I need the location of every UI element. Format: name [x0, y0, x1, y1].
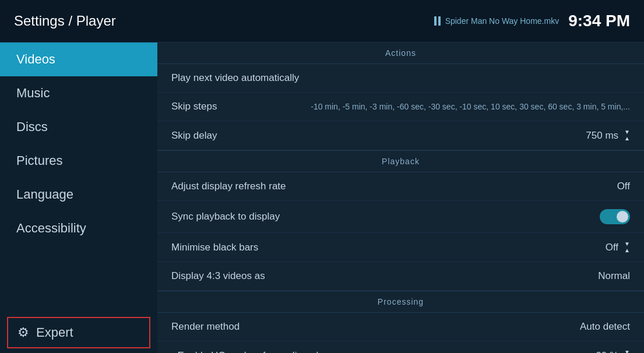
skip-delay-label: Skip delay — [171, 130, 586, 142]
render-method-label: Render method — [171, 321, 580, 333]
sidebar-item-videos[interactable]: Videos — [0, 43, 157, 76]
now-playing-label: Spider Man No Way Home.mkv — [445, 16, 559, 26]
pause-icon — [434, 16, 441, 26]
setting-row-minimise-black-bars[interactable]: Minimise black bars Off ▼ ▲ — [157, 233, 644, 262]
sidebar-item-music[interactable]: Music — [0, 76, 157, 110]
adjust-display-label: Adjust display refresh rate — [171, 181, 617, 192]
minimise-black-bars-arrow-up[interactable]: ▲ — [624, 248, 630, 253]
display-4-3-value: Normal — [598, 270, 630, 282]
render-method-value: Auto detect — [580, 321, 630, 333]
enable-hq-scalers-arrow-down[interactable]: ▼ — [624, 350, 630, 353]
section-header-processing: Processing — [157, 291, 644, 313]
sidebar-item-discs[interactable]: Discs — [0, 110, 157, 144]
page-title: Settings / Player — [14, 13, 116, 29]
main-layout: Videos Music Discs Pictures Language Acc… — [0, 43, 644, 353]
minimise-black-bars-label: Minimise black bars — [171, 242, 606, 253]
gear-icon: ⚙ — [17, 325, 29, 340]
enable-hq-scalers-value-container: 20 % ▼ ▲ — [596, 350, 630, 353]
play-next-video-label: Play next video automatically — [171, 72, 630, 84]
minimise-black-bars-value: Off — [606, 242, 618, 253]
enable-hq-scalers-value: 20 % — [596, 350, 618, 354]
now-playing: Spider Man No Way Home.mkv — [434, 16, 559, 26]
minimise-black-bars-value-container: Off ▼ ▲ — [606, 241, 630, 253]
setting-row-adjust-display[interactable]: Adjust display refresh rate Off — [157, 172, 644, 201]
skip-delay-arrow-down[interactable]: ▼ — [624, 129, 630, 135]
enable-hq-scalers-label: - Enable HQ scalers for scaling above — [171, 350, 596, 354]
header-right: Spider Man No Way Home.mkv 9:34 PM — [434, 12, 630, 30]
expert-label: Expert — [36, 325, 73, 340]
skip-steps-value: -10 min, -5 min, -3 min, -60 sec, -30 se… — [311, 102, 630, 111]
enable-hq-scalers-arrows[interactable]: ▼ ▲ — [624, 350, 630, 353]
content-area: Actions Play next video automatically Sk… — [157, 43, 644, 353]
clock: 9:34 PM — [568, 12, 630, 30]
minimise-black-bars-arrows[interactable]: ▼ ▲ — [624, 241, 630, 253]
setting-row-skip-delay[interactable]: Skip delay 750 ms ▼ ▲ — [157, 121, 644, 150]
setting-row-sync-playback[interactable]: Sync playback to display — [157, 201, 644, 233]
header: Settings / Player Spider Man No Way Home… — [0, 0, 644, 43]
setting-row-display-4-3[interactable]: Display 4:3 videos as Normal — [157, 262, 644, 291]
toggle-knob — [617, 211, 628, 223]
adjust-display-value: Off — [617, 181, 630, 192]
sidebar-nav: Videos Music Discs Pictures Language Acc… — [0, 43, 157, 245]
setting-row-skip-steps[interactable]: Skip steps -10 min, -5 min, -3 min, -60 … — [157, 93, 644, 121]
skip-delay-value-container: 750 ms ▼ ▲ — [586, 129, 630, 142]
sidebar-item-pictures[interactable]: Pictures — [0, 144, 157, 178]
skip-steps-label: Skip steps — [171, 101, 311, 112]
display-4-3-label: Display 4:3 videos as — [171, 270, 598, 282]
setting-row-play-next-video[interactable]: Play next video automatically — [157, 64, 644, 93]
skip-delay-value: 750 ms — [586, 130, 618, 142]
setting-row-enable-hq-scalers[interactable]: - Enable HQ scalers for scaling above 20… — [157, 341, 644, 353]
section-header-playback: Playback — [157, 150, 644, 172]
sync-playback-toggle[interactable] — [600, 209, 630, 224]
sidebar: Videos Music Discs Pictures Language Acc… — [0, 43, 157, 353]
expert-button[interactable]: ⚙ Expert — [7, 317, 150, 348]
pause-bar-2 — [438, 16, 441, 26]
sync-playback-label: Sync playback to display — [171, 211, 600, 223]
sidebar-item-accessibility[interactable]: Accessibility — [0, 211, 157, 245]
sidebar-item-language[interactable]: Language — [0, 178, 157, 211]
pause-bar-1 — [434, 16, 437, 26]
section-header-actions: Actions — [157, 43, 644, 64]
skip-delay-arrows[interactable]: ▼ ▲ — [624, 129, 630, 142]
minimise-black-bars-arrow-down[interactable]: ▼ — [624, 241, 630, 247]
skip-delay-arrow-up[interactable]: ▲ — [624, 136, 630, 142]
setting-row-render-method[interactable]: Render method Auto detect — [157, 313, 644, 341]
